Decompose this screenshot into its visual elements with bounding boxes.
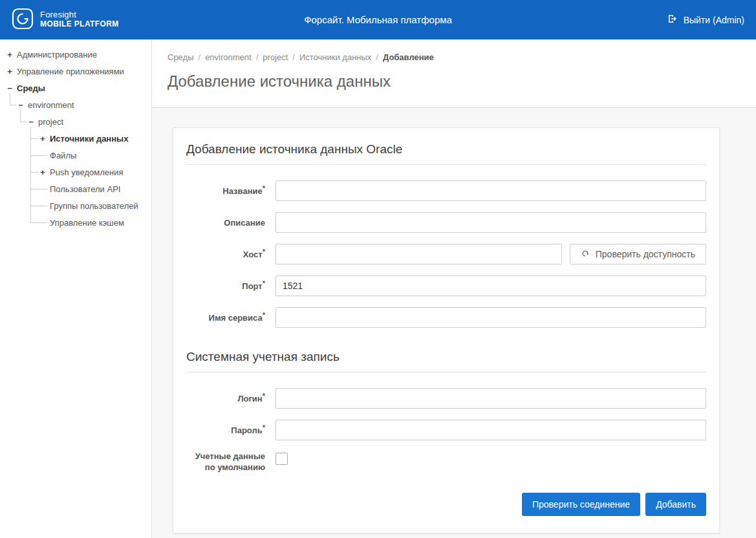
host-field[interactable] — [275, 244, 562, 264]
test-connection-button[interactable]: Проверить соединение — [522, 493, 640, 516]
sidebar-item-label: Источники данных — [50, 134, 128, 144]
sidebar-item-api-users[interactable]: Пользователи API — [0, 180, 151, 197]
sidebar-item-label: Пользователи API — [50, 184, 120, 194]
add-button[interactable]: Добавить — [645, 493, 706, 516]
breadcrumb: Среды / environment / project / Источник… — [167, 52, 740, 62]
breadcrumb-item[interactable]: Среды — [167, 52, 194, 62]
service-name-label: Имя сервиса* — [186, 310, 265, 324]
form-row-default-credentials: Учетные данные по умолчанию — [186, 451, 706, 473]
breadcrumb-separator: / — [376, 52, 378, 62]
host-label: Хост* — [186, 247, 265, 261]
sidebar-item-label: project — [38, 117, 63, 127]
label-text: Пароль — [231, 426, 262, 436]
tree-connector — [30, 172, 38, 173]
tree-connector — [10, 93, 10, 105]
default-credentials-checkbox[interactable] — [275, 453, 288, 465]
breadcrumb-separator: / — [199, 52, 201, 62]
label-text: Имя сервиса — [209, 314, 263, 323]
sidebar-item-cache-management[interactable]: Управление кэшем — [0, 214, 151, 231]
service-name-field[interactable] — [275, 307, 706, 328]
brand-text: Foresight MOBILE PLATFORM — [40, 10, 119, 29]
expand-icon[interactable]: + — [5, 50, 14, 59]
logout-button[interactable]: Выйти (Admin) — [667, 14, 744, 26]
sidebar-item-administration[interactable]: + Администрирование — [0, 46, 151, 63]
main-body: Добавление источника данных Oracle Назва… — [152, 108, 756, 538]
label-text: Логин — [237, 394, 262, 404]
expand-icon[interactable]: + — [5, 67, 14, 76]
collapse-icon[interactable]: − — [5, 83, 14, 93]
sidebar-item-label: Файлы — [50, 151, 76, 160]
tree-connector — [30, 222, 47, 223]
sidebar-item-files[interactable]: Файлы — [0, 147, 151, 164]
form-row-name: Название* — [186, 180, 706, 201]
main-content: Среды / environment / project / Источник… — [152, 39, 756, 538]
required-asterisk: * — [263, 248, 265, 255]
breadcrumb-separator: / — [256, 52, 259, 62]
tree-connector — [30, 206, 47, 206]
sidebar-tree: + Администрирование + Управление приложе… — [0, 39, 152, 538]
expand-icon[interactable]: + — [38, 167, 47, 177]
breadcrumb-current: Добавление — [383, 52, 434, 62]
tree-connector — [30, 189, 47, 189]
layout: + Администрирование + Управление приложе… — [0, 39, 756, 538]
breadcrumb-item[interactable]: environment — [205, 52, 252, 62]
sidebar-item-project[interactable]: − project — [0, 113, 151, 130]
sidebar-item-app-management[interactable]: + Управление приложениями — [0, 63, 151, 80]
section-title-system-account: Системная учетная запись — [186, 350, 706, 372]
required-asterisk: * — [263, 184, 265, 192]
form-row-description: Описание — [186, 212, 706, 233]
name-field[interactable] — [275, 180, 706, 201]
tree-connector — [30, 127, 31, 222]
check-availability-button[interactable]: Проверить доступность — [570, 244, 706, 264]
password-field[interactable] — [275, 420, 706, 440]
description-field[interactable] — [275, 212, 706, 233]
port-field[interactable] — [275, 275, 706, 296]
sidebar-item-environments[interactable]: − Среды — [0, 80, 151, 96]
main-head: Среды / environment / project / Источник… — [152, 39, 756, 107]
label-text: Описание — [224, 219, 265, 228]
tree-connector — [30, 138, 38, 139]
page-title: Добавление источника данных — [167, 72, 740, 107]
form-row-port: Порт* — [186, 275, 706, 296]
logout-label: Выйти (Admin) — [684, 15, 744, 25]
tree-connector — [30, 155, 47, 156]
port-label: Порт* — [186, 279, 265, 292]
brand-product: MOBILE PLATFORM — [40, 20, 119, 29]
label-text: Хост — [243, 250, 263, 260]
tree-connector — [20, 122, 27, 122]
form-row-password: Пароль* — [186, 420, 706, 440]
breadcrumb-item[interactable]: Источники данных — [299, 52, 371, 62]
collapse-icon[interactable]: − — [27, 117, 36, 127]
sidebar-item-label: Группы пользователей — [50, 201, 138, 211]
sidebar-item-label: environment — [28, 100, 74, 110]
label-text: Название — [222, 187, 262, 197]
expand-icon[interactable]: + — [38, 134, 47, 144]
required-asterisk: * — [263, 279, 265, 287]
breadcrumb-item[interactable]: project — [263, 52, 288, 62]
check-availability-label: Проверить доступность — [596, 249, 695, 259]
sidebar-item-push-notifications[interactable]: + Push уведомления — [0, 164, 151, 180]
brand-name: Foresight — [40, 10, 119, 20]
app-title: Форсайт. Мобильная платформа — [304, 14, 452, 25]
app-header: Foresight MOBILE PLATFORM Форсайт. Мобил… — [0, 0, 756, 39]
sidebar-item-user-groups[interactable]: Группы пользователей — [0, 197, 151, 214]
sidebar-item-label: Среды — [17, 83, 45, 93]
name-label: Название* — [186, 184, 265, 197]
collapse-icon[interactable]: − — [16, 100, 25, 110]
form-actions: Проверить соединение Добавить — [186, 493, 706, 516]
brand-logo: Foresight MOBILE PLATFORM — [12, 8, 119, 32]
form-card: Добавление источника данных Oracle Назва… — [173, 127, 720, 533]
sidebar-item-environment[interactable]: − environment — [0, 96, 151, 113]
login-label: Логин* — [186, 391, 265, 405]
sidebar-item-label: Push уведомления — [50, 167, 124, 177]
login-field[interactable] — [275, 388, 706, 409]
sidebar-item-label: Администрирование — [17, 50, 97, 59]
password-label: Пароль* — [186, 423, 265, 436]
sidebar-item-data-sources[interactable]: + Источники данных — [0, 130, 151, 147]
tree-connector — [20, 110, 21, 122]
refresh-icon — [581, 249, 590, 260]
form-row-service-name: Имя сервиса* — [186, 307, 706, 328]
required-asterisk: * — [263, 424, 265, 431]
default-credentials-label: Учетные данные по умолчанию — [186, 451, 265, 473]
breadcrumb-separator: / — [292, 52, 295, 62]
